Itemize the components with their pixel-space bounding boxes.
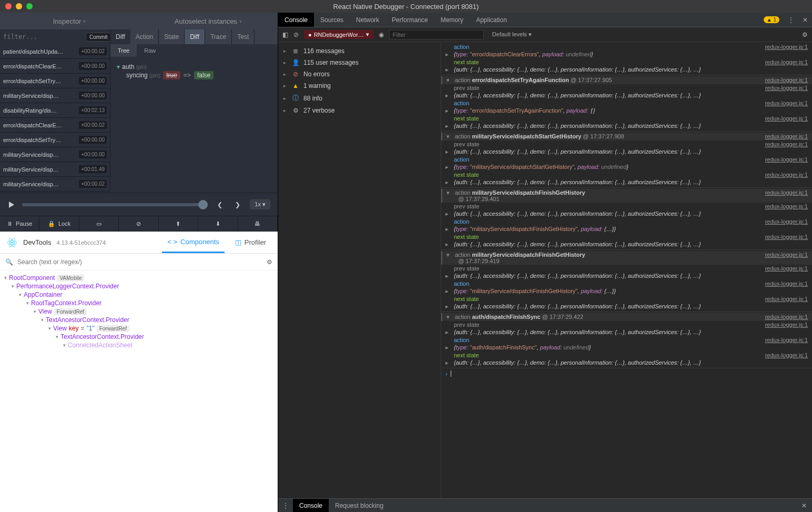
lock-button[interactable]: 🔒Lock: [39, 216, 79, 231]
eye-icon[interactable]: ◉: [379, 31, 384, 38]
timeline-slider[interactable]: [22, 203, 208, 206]
drawer-tab-console[interactable]: Console: [293, 499, 329, 512]
tab-components[interactable]: < >Components: [162, 232, 225, 253]
component-tree-item[interactable]: ▾View ForwardRef: [4, 307, 273, 316]
settings-icon[interactable]: ⚙: [267, 258, 272, 266]
summary-row[interactable]: ▸▲1 warning: [278, 80, 441, 92]
tab-test[interactable]: Test: [232, 29, 255, 44]
pause-button[interactable]: ⏸Pause: [0, 216, 39, 231]
context-select[interactable]: ● RNDebuggerWor… ▾: [304, 30, 373, 39]
play-button[interactable]: [7, 200, 16, 209]
summary-row[interactable]: ▸👤115 user messages: [278, 57, 441, 68]
action-filter-input[interactable]: [3, 33, 84, 41]
close-panel-icon[interactable]: ✕: [798, 16, 812, 24]
action-row[interactable]: error/dispatchSetTry…+00:00.00: [0, 133, 110, 147]
tab-state[interactable]: State: [159, 29, 185, 44]
component-tree-item[interactable]: ▾View key="1" ForwardRef: [4, 324, 273, 333]
action-row[interactable]: patient/dispatchUpda…+00:00.02: [0, 44, 110, 59]
tab-profiler[interactable]: ◫Profiler: [230, 232, 271, 253]
component-tree-item[interactable]: ▾RootTagContext.Provider: [4, 299, 273, 307]
step-back-button[interactable]: ❮: [214, 201, 226, 208]
diff-tree: ▾auth (pin) syncing (pin): true=>false: [110, 57, 278, 85]
tab-trace[interactable]: Trace: [205, 29, 232, 44]
window-title: React Native Debugger - Connected (port …: [333, 3, 479, 11]
drawer-kebab-icon[interactable]: ⋮: [278, 502, 293, 509]
redux-header-tabs: Inspector▾ Autoselect instances▾: [0, 13, 278, 29]
export-button[interactable]: ⬆: [159, 216, 198, 231]
dispatch-button[interactable]: ⊘: [119, 216, 158, 231]
component-search-input[interactable]: [17, 258, 262, 266]
drawer-tab-request-blocking[interactable]: Request blocking: [329, 499, 390, 512]
summary-row[interactable]: ▸≣116 messages: [278, 45, 441, 57]
component-tree-item[interactable]: ▾TextAncestorContext.Provider: [4, 333, 273, 341]
import-button[interactable]: ⬇: [198, 216, 238, 231]
action-row[interactable]: militaryService/disp…+00:01.49: [0, 162, 110, 177]
commit-button[interactable]: Commit: [86, 33, 111, 42]
component-tree-item[interactable]: ▾ConnectedActionSheet: [4, 341, 273, 349]
tab-autoselect[interactable]: Autoselect instances▾: [139, 17, 278, 25]
action-row[interactable]: disabilityRating/dis…+00:02.13: [0, 103, 110, 118]
action-row[interactable]: error/dispatchClearE…+00:00.00: [0, 59, 110, 74]
console-filter-input[interactable]: [389, 30, 484, 39]
subtab-raw[interactable]: Raw: [137, 44, 163, 57]
tab-diff[interactable]: Diff: [185, 29, 205, 44]
action-row[interactable]: militaryService/disp…+00:00.00: [0, 88, 110, 103]
svg-point-0: [11, 242, 13, 244]
summary-row[interactable]: ▸ⓘ88 info: [278, 92, 441, 105]
subtab-tree[interactable]: Tree: [110, 44, 137, 57]
devtools-version: 4.13.4-51ebccc374: [56, 239, 106, 246]
tab-memory[interactable]: Memory: [434, 13, 470, 27]
drawer-close-icon[interactable]: ✕: [796, 502, 812, 509]
tab-action[interactable]: Action: [130, 29, 159, 44]
tab-inspector[interactable]: Inspector▾: [0, 17, 139, 25]
step-forward-button[interactable]: ❯: [232, 201, 243, 208]
tab-application[interactable]: Application: [470, 13, 513, 27]
persist-button[interactable]: ▭: [79, 216, 119, 231]
tab-sources[interactable]: Sources: [314, 13, 350, 27]
close-icon[interactable]: [5, 3, 12, 9]
console-prompt[interactable]: ›: [441, 368, 812, 379]
sidebar-toggle-icon[interactable]: ◧: [282, 31, 288, 38]
minimize-icon[interactable]: [16, 3, 22, 9]
component-tree-item[interactable]: ▾AppContainer: [4, 290, 273, 299]
component-tree-item[interactable]: ▾TextAncestorContext.Provider: [4, 316, 273, 324]
log-levels-select[interactable]: Default levels ▾: [489, 30, 535, 39]
react-logo-icon: [6, 237, 18, 248]
chevron-down-icon: ▾: [83, 18, 86, 24]
action-row[interactable]: militaryService/disp…+00:00.02: [0, 177, 110, 192]
summary-row[interactable]: ▸⊘No errors: [278, 68, 441, 80]
tab-console[interactable]: Console: [278, 13, 314, 27]
component-tree-item[interactable]: ▾RootComponent VAMobile: [4, 274, 273, 282]
console-settings-icon[interactable]: ⚙: [802, 31, 808, 38]
chevron-down-icon: ▾: [239, 18, 242, 24]
tab-network[interactable]: Network: [350, 13, 385, 27]
titlebar: React Native Debugger - Connected (port …: [0, 0, 812, 13]
clear-console-icon[interactable]: ⊘: [293, 31, 299, 38]
action-row[interactable]: militaryService/disp…+00:00.00: [0, 147, 110, 162]
traffic-lights: [0, 3, 33, 9]
component-tree-item[interactable]: ▾PerformanceLoggerContext.Provider: [4, 282, 273, 290]
maximize-icon[interactable]: [26, 3, 33, 9]
warning-badge[interactable]: ▲ 1: [764, 16, 779, 23]
speed-select[interactable]: 1x ▾: [250, 199, 270, 209]
kebab-icon[interactable]: ⋮: [784, 16, 798, 24]
action-row[interactable]: error/dispatchSetTry…+00:00.00: [0, 74, 110, 88]
detail-label: Diff: [110, 29, 130, 44]
devtools-title: DevTools: [23, 238, 51, 246]
action-row[interactable]: error/dispatchClearE…+00:00.02: [0, 118, 110, 133]
tab-performance[interactable]: Performance: [385, 13, 434, 27]
summary-row[interactable]: ▸⚙27 verbose: [278, 105, 441, 116]
search-icon: 🔍: [5, 258, 13, 266]
print-button[interactable]: 🖶: [238, 216, 278, 231]
